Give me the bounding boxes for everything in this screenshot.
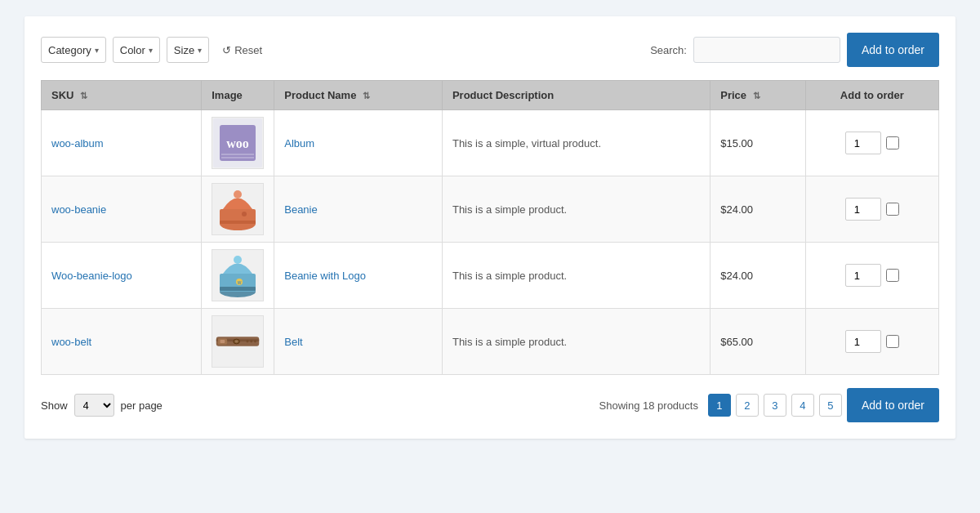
svg-point-27	[254, 341, 256, 343]
image-cell: woo	[202, 110, 274, 176]
add-order-cell	[805, 243, 938, 309]
price-cell: $24.00	[710, 176, 805, 243]
search-input[interactable]	[693, 37, 840, 63]
svg-text:woo: woo	[226, 136, 249, 150]
qty-checkbox-group	[816, 330, 929, 353]
page-3-button[interactable]: 3	[764, 394, 786, 417]
quantity-input[interactable]	[845, 198, 881, 221]
image-cell	[202, 176, 274, 243]
col-add-to-order: Add to order	[805, 81, 938, 110]
product-image	[212, 315, 264, 368]
add-order-cell	[805, 110, 938, 176]
image-cell: W	[202, 243, 274, 309]
page-4-button[interactable]: 4	[791, 394, 814, 417]
svg-point-10	[242, 212, 247, 216]
price-cell: $24.00	[710, 243, 805, 309]
size-filter[interactable]: Size ▾	[167, 37, 209, 63]
svg-point-24	[235, 341, 238, 343]
sku-link[interactable]: Woo-beanie-logo	[51, 270, 132, 282]
page-1-button[interactable]: 1	[708, 394, 731, 417]
color-chevron-icon: ▾	[149, 46, 153, 55]
description-cell: This is a simple, virtual product.	[442, 110, 710, 176]
reset-label: Reset	[234, 44, 262, 56]
price-cell: $65.00	[710, 309, 805, 375]
col-sku: SKU	[42, 81, 202, 110]
sku-link[interactable]: woo-album	[51, 137, 104, 149]
svg-rect-9	[220, 221, 256, 224]
sku-cell: woo-album	[42, 110, 202, 176]
sku-link[interactable]: woo-beanie	[51, 203, 106, 216]
product-name-link[interactable]: Album	[284, 137, 314, 149]
col-price: Price	[710, 81, 805, 110]
category-label: Category	[48, 44, 91, 56]
name-cell: Beanie	[274, 176, 443, 243]
product-image: W	[212, 249, 264, 301]
sku-cell: woo-beanie	[42, 176, 202, 243]
col-product-name: Product Name	[274, 81, 443, 110]
per-page-label: per page	[121, 399, 163, 412]
page-2-button[interactable]: 2	[736, 394, 759, 417]
size-label: Size	[174, 44, 194, 56]
table-row: woo-belt Belt This is a simple product. …	[42, 309, 939, 375]
page-5-button[interactable]: 5	[819, 394, 842, 417]
table-header-row: SKU Image Product Name Product Descripti…	[42, 81, 939, 110]
row-checkbox[interactable]	[886, 335, 899, 348]
product-image	[212, 183, 264, 235]
quantity-input[interactable]	[845, 330, 881, 353]
color-filter[interactable]: Color ▾	[113, 37, 160, 63]
row-checkbox[interactable]	[886, 203, 899, 216]
svg-point-14	[234, 256, 242, 264]
product-name-link[interactable]: Beanie with Logo	[284, 270, 366, 282]
svg-rect-22	[220, 340, 225, 343]
sku-cell: woo-belt	[42, 309, 202, 375]
show-label: Show	[41, 399, 68, 412]
description-cell: This is a simple product.	[442, 176, 710, 243]
table-row: Woo-beanie-logo W Beanie with Logo This …	[42, 243, 939, 309]
qty-checkbox-group	[816, 132, 929, 154]
name-cell: Beanie with Logo	[274, 243, 443, 309]
per-page-select[interactable]: 4 8 16	[74, 394, 114, 417]
image-cell	[202, 309, 274, 375]
category-filter[interactable]: Category ▾	[41, 37, 106, 63]
showing-text: Showing 18 products	[599, 399, 698, 412]
table-row: woo-album woo Album This is a simple, vi…	[42, 110, 939, 176]
qty-checkbox-group	[816, 198, 929, 221]
sku-cell: Woo-beanie-logo	[42, 243, 202, 309]
name-cell: Album	[274, 110, 443, 176]
col-description: Product Description	[442, 81, 710, 110]
svg-text:W: W	[238, 280, 242, 285]
quantity-input[interactable]	[845, 264, 881, 287]
category-chevron-icon: ▾	[95, 46, 99, 55]
pagination-area: Showing 18 products 1 2 3 4 5 Add to ord…	[599, 388, 939, 422]
row-checkbox[interactable]	[886, 136, 899, 149]
name-cell: Belt	[274, 309, 443, 375]
svg-rect-15	[220, 287, 256, 291]
product-name-link[interactable]: Beanie	[284, 203, 317, 216]
footer: Show 4 8 16 per page Showing 18 products…	[41, 388, 939, 422]
toolbar: Category ▾ Color ▾ Size ▾ ↺ Reset Search…	[41, 33, 939, 67]
row-checkbox[interactable]	[886, 269, 899, 282]
search-area: Search:	[650, 37, 840, 63]
col-image: Image	[202, 81, 274, 110]
main-container: Category ▾ Color ▾ Size ▾ ↺ Reset Search…	[24, 16, 956, 439]
svg-point-8	[234, 190, 242, 199]
reset-icon: ↺	[222, 44, 231, 56]
product-name-link[interactable]: Belt	[284, 336, 302, 348]
table-row: woo-beanie Beanie This is a simple produ…	[42, 176, 939, 243]
size-chevron-icon: ▾	[198, 46, 202, 55]
description-cell: This is a simple product.	[442, 309, 710, 375]
description-cell: This is a simple product.	[442, 243, 710, 309]
svg-point-25	[247, 341, 249, 343]
quantity-input[interactable]	[845, 132, 881, 154]
add-to-order-bottom-button[interactable]: Add to order	[847, 388, 939, 422]
add-to-order-top-button[interactable]: Add to order	[847, 33, 939, 67]
add-order-cell	[805, 309, 938, 375]
add-order-cell	[805, 176, 938, 243]
search-label: Search:	[650, 44, 687, 56]
qty-checkbox-group	[816, 264, 929, 287]
reset-button[interactable]: ↺ Reset	[216, 40, 269, 60]
products-table: SKU Image Product Name Product Descripti…	[41, 80, 939, 375]
sku-link[interactable]: woo-belt	[51, 336, 91, 348]
color-label: Color	[120, 44, 145, 56]
svg-point-26	[250, 341, 252, 343]
